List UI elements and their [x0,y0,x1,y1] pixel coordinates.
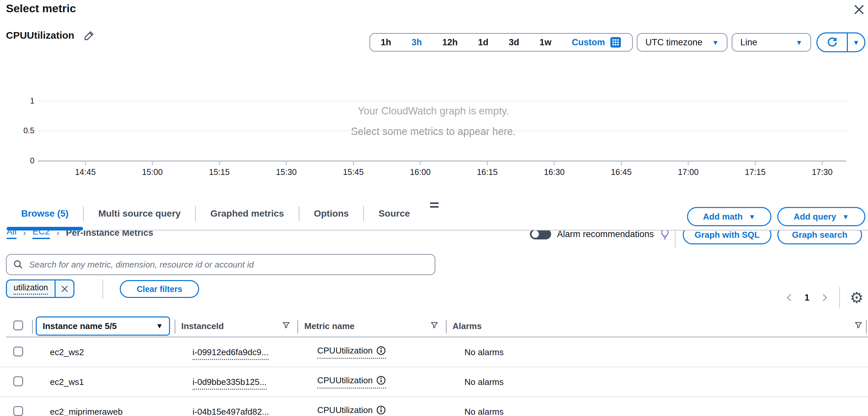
metric-search-box [6,254,435,275]
tab-multi-source-query[interactable]: Multi source query [84,206,195,221]
cell-instance-name: ec2_miprimeraweb [50,407,123,416]
select-all-checkbox[interactable] [13,320,23,330]
tabs-list: Browse (5)Multi source queryGraphed metr… [7,206,425,221]
close-icon[interactable] [851,2,867,17]
add-math-label: Add math [703,212,743,222]
alarm-recommendations-toggle[interactable] [530,230,551,239]
select-metric-dialog: Select metric CPUUtilization 1h3h12h1d3d… [0,0,868,416]
breadcrumb-link-ec2[interactable]: EC2 [32,230,50,239]
chevron-down-icon: ▼ [853,39,860,46]
metric-name-text: CPUUtilization [317,375,373,386]
tab-browse-5[interactable]: Browse (5) [7,206,83,221]
chevron-down-icon: ▼ [842,213,849,220]
info-icon[interactable] [376,405,386,415]
alarm-recommendations-cluster: Alarm recommendations [530,230,670,240]
chevron-down-icon: ▼ [749,213,755,220]
y-axis-label: 1 [0,96,34,105]
refresh-options-button[interactable]: ▼ [848,33,864,51]
search-input[interactable] [28,259,428,270]
browse-subheader: All › EC2 › Per-Instance Metrics Alarm r… [0,230,868,249]
time-range-1h[interactable]: 1h [381,37,391,47]
time-range-12h[interactable]: 12h [442,37,458,47]
table-row: ec2_miprimerawebi-04b15e497afd82...CPUUt… [0,396,868,416]
time-range-1d[interactable]: 1d [478,37,489,47]
column-header-metric-name: Metric name [304,321,354,331]
time-range-3d[interactable]: 3d [509,37,519,47]
x-axis-tick [85,162,86,165]
x-axis-tick [822,162,823,165]
row-checkbox[interactable] [13,347,23,356]
graph-with-sql-button[interactable]: Graph with SQL [683,230,771,244]
column-header-alarms: Alarms [453,321,482,331]
add-query-button[interactable]: Add query ▼ [777,207,865,226]
chevron-down-icon: ▼ [796,39,803,46]
cell-metric-name[interactable]: CPUUtilization [317,405,386,416]
info-icon[interactable] [376,346,386,355]
remove-filter-icon[interactable] [56,280,73,297]
clear-filters-button[interactable]: Clear filters [120,280,199,298]
refresh-button[interactable] [817,33,848,51]
chart-empty-title: Your CloudWatch graph is empty. [0,105,867,117]
gridline [38,101,846,101]
vertical-divider [102,280,103,298]
graph-search-button[interactable]: Graph search [777,230,862,244]
calendar-icon [610,36,622,48]
time-range-3h[interactable]: 3h [411,37,422,47]
breadcrumb: All › EC2 › Per-Instance Metrics [7,230,153,239]
tab-options[interactable]: Options [299,206,364,221]
refresh-icon [826,36,839,49]
tab-source[interactable]: Source [364,206,425,221]
breadcrumb-separator-icon: › [57,230,59,238]
previous-page-icon[interactable] [785,293,795,302]
instance-name-column-select[interactable]: Instance name 5/5 ▼ [36,317,170,335]
y-axis-label: 0 [0,156,34,165]
breadcrumb-link-all[interactable]: All [7,230,17,239]
custom-range-label: Custom [571,37,605,47]
x-axis-label: 14:45 [64,167,107,177]
breadcrumb-current: Per-Instance Metrics [66,230,153,238]
cell-instance-id[interactable]: i-0d9bbe335b125... [192,377,267,387]
row-checkbox[interactable] [13,376,23,386]
current-page[interactable]: 1 [805,293,809,303]
column-divider [32,320,33,334]
info-icon[interactable] [376,375,386,385]
chart-type-dropdown[interactable]: Line ▼ [732,33,811,52]
x-axis-label: 15:00 [131,167,174,177]
x-axis-tick [554,162,555,165]
x-axis-tick [688,162,689,165]
filter-funnel-icon[interactable] [282,321,290,330]
alarm-recommendations-label: Alarm recommendations [557,230,654,239]
x-axis-label: 17:15 [734,167,777,177]
timezone-dropdown[interactable]: UTC timezone ▼ [637,33,727,52]
chevron-down-icon: ▼ [712,39,719,46]
filter-chip-label: utilization [7,280,55,297]
cell-instance-id[interactable]: i-04b15e497afd82... [192,407,269,416]
cell-metric-name[interactable]: CPUUtilization [317,346,386,359]
x-axis-label: 17:30 [801,167,844,177]
cell-alarms: No alarms [464,347,503,357]
x-axis-label: 15:30 [265,167,308,177]
cell-metric-name[interactable]: CPUUtilization [317,375,386,389]
metrics-tabbar: Browse (5)Multi source queryGraphed metr… [0,204,868,231]
edit-pencil-icon[interactable] [84,30,95,41]
x-axis-tick [286,162,287,165]
filter-chip: utilization [6,280,74,298]
x-axis-tick [487,162,488,165]
time-range-control: 1h3h12h1d3d1w Custom [370,33,633,52]
custom-range-button[interactable]: Custom [571,36,622,48]
search-icon [13,260,23,269]
cloudwatch-chart: Your CloudWatch graph is empty. Select s… [0,92,868,183]
graph-with-sql-label: Graph with SQL [695,230,760,240]
cell-instance-id[interactable]: i-09912ed6fa9dc9... [192,347,269,357]
filter-funnel-icon[interactable] [854,321,863,330]
time-range-1w[interactable]: 1w [539,37,552,47]
gear-icon[interactable]: ⚙ [850,290,863,305]
refresh-split-button: ▼ [816,32,865,52]
chart-type-label: Line [740,37,757,47]
tab-graphed-metrics[interactable]: Graphed metrics [196,206,299,221]
next-page-icon[interactable] [819,293,829,302]
filter-funnel-icon[interactable] [430,321,439,330]
add-math-button[interactable]: Add math ▼ [687,207,771,226]
metric-name-text: CPUUtilization [317,405,373,415]
row-checkbox[interactable] [13,406,23,416]
